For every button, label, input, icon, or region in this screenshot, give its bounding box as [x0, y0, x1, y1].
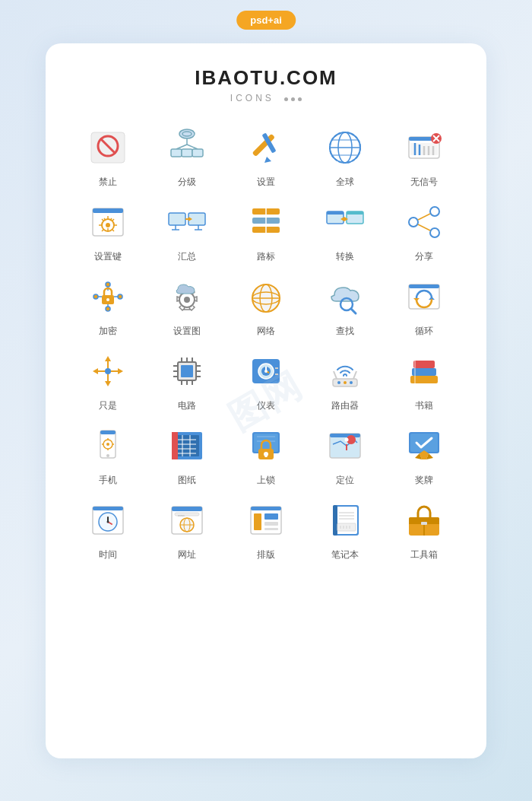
settingmap-icon [164, 274, 210, 319]
network-label: 网络 [257, 325, 275, 338]
card-title: IBAOTU.COM [61, 66, 471, 90]
meter-label: 仪表 [257, 399, 275, 412]
svg-rect-171 [264, 522, 278, 526]
svg-marker-83 [118, 368, 123, 374]
list-item: 定位 [306, 423, 385, 487]
blueprint-icon [164, 423, 210, 469]
card-header: IBAOTU.COM ICONS [61, 66, 471, 103]
roadmark-icon [243, 199, 289, 245]
svg-rect-172 [264, 528, 278, 530]
list-item: 排版 [226, 497, 306, 561]
list-item: 仪表 [226, 348, 306, 412]
svg-point-62 [93, 294, 98, 299]
svg-point-123 [106, 454, 109, 457]
badge-label: psd+ai [236, 11, 296, 30]
notebook-label: 笔记本 [331, 548, 359, 561]
icon-card: IBAOTU.COM ICONS 禁止 [46, 43, 486, 758]
svg-line-6 [176, 145, 187, 149]
share-label: 分享 [415, 250, 433, 263]
list-item: 工具箱 [385, 497, 464, 561]
svg-point-64 [106, 282, 110, 287]
list-item: 分级 [147, 125, 226, 189]
svg-point-112 [350, 381, 353, 384]
global-icon [322, 125, 368, 170]
decorative-dots [284, 97, 302, 101]
svg-point-159 [107, 520, 109, 523]
svg-rect-147 [330, 434, 360, 437]
svg-point-65 [106, 307, 110, 311]
list-item: 只是 [68, 348, 147, 412]
svg-rect-8 [171, 149, 182, 157]
svg-rect-170 [264, 513, 278, 520]
list-item: 笔记本 [306, 497, 385, 561]
svg-line-114 [353, 371, 356, 379]
svg-rect-35 [169, 213, 185, 225]
svg-rect-145 [265, 454, 268, 457]
circuit-icon [164, 348, 210, 394]
settings-icon [243, 125, 289, 170]
layout-label: 排版 [257, 548, 275, 561]
network-icon [243, 274, 289, 319]
list-item: 全球 [306, 125, 385, 189]
svg-point-148 [345, 437, 349, 441]
notebook-icon [322, 497, 368, 543]
settingskey-icon [85, 199, 131, 245]
books-icon [401, 348, 447, 394]
cycle-label: 循环 [415, 325, 433, 338]
svg-point-67 [106, 298, 109, 301]
list-item: 加密 [68, 274, 147, 338]
move-label: 只是 [99, 399, 117, 412]
hierarchy-label: 分级 [178, 176, 196, 189]
list-item: 设置键 [68, 199, 147, 263]
circuit-label: 电路 [178, 399, 196, 412]
search-label: 查找 [336, 325, 354, 338]
list-item: 查找 [306, 274, 385, 338]
blueprint-label: 图纸 [178, 474, 196, 487]
toolbox-icon [401, 497, 447, 543]
svg-point-69 [184, 297, 190, 303]
svg-point-125 [106, 443, 109, 446]
list-item: 书籍 [385, 348, 464, 412]
list-item: 设置 [226, 125, 306, 189]
list-item: 循环 [385, 274, 464, 338]
summary-icon [164, 199, 210, 245]
svg-point-106 [264, 370, 268, 373]
convert-icon [322, 199, 368, 245]
phone-icon [85, 423, 131, 469]
share-icon [401, 199, 447, 245]
ban-label: 禁止 [99, 176, 117, 189]
locate-icon [322, 423, 368, 469]
summary-label: 汇总 [178, 250, 196, 263]
svg-point-55 [430, 228, 439, 237]
svg-rect-50 [347, 211, 363, 215]
svg-rect-168 [251, 507, 281, 510]
svg-point-54 [409, 218, 418, 227]
list-item: 电路 [147, 348, 226, 412]
list-item: 奖牌 [385, 423, 464, 487]
settingskey-label: 设置键 [94, 250, 122, 263]
svg-point-86 [105, 368, 111, 374]
svg-rect-138 [172, 432, 178, 459]
svg-line-7 [187, 145, 198, 149]
svg-point-63 [118, 294, 122, 299]
time-label: 时间 [99, 548, 117, 561]
settings-label: 设置 [257, 176, 275, 189]
svg-marker-80 [105, 356, 111, 361]
svg-rect-77 [409, 284, 439, 288]
list-item: 图纸 [147, 423, 226, 487]
svg-rect-9 [182, 149, 192, 157]
settingmap-label: 设置图 [173, 325, 201, 338]
meter-icon [243, 348, 289, 394]
encrypt-icon [85, 274, 131, 319]
svg-line-75 [351, 309, 356, 313]
svg-rect-169 [254, 513, 261, 530]
nosignal-label: 无信号 [410, 176, 438, 189]
toolbox-label: 工具箱 [410, 548, 438, 561]
svg-marker-81 [105, 381, 111, 386]
svg-rect-188 [421, 522, 427, 525]
router-label: 路由器 [331, 399, 359, 412]
search-icon [322, 274, 368, 319]
convert-label: 转换 [336, 250, 354, 263]
list-item: 转换 [306, 199, 385, 263]
books-label: 书籍 [415, 399, 433, 412]
